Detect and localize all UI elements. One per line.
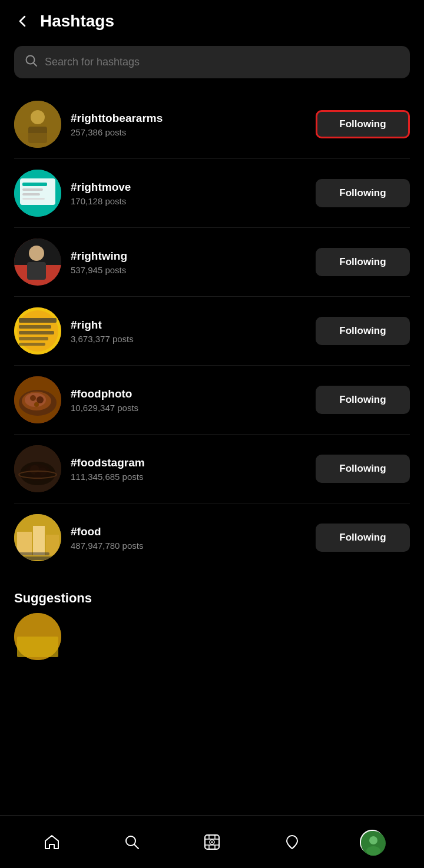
svg-rect-22 (19, 343, 45, 346)
back-button[interactable] (14, 13, 31, 29)
search-container (0, 37, 424, 90)
svg-rect-20 (19, 331, 54, 334)
header: Hashtags (0, 0, 424, 37)
svg-rect-39 (33, 526, 45, 555)
svg-rect-7 (20, 178, 55, 205)
profile-avatar (360, 830, 385, 854)
list-item: #rightwing 537,945 posts Following (0, 228, 424, 296)
svg-point-28 (37, 396, 44, 403)
bottom-nav (0, 815, 424, 868)
hashtag-name: #right (71, 319, 306, 332)
svg-point-3 (31, 110, 45, 124)
search-input[interactable] (45, 56, 399, 68)
suggestion-avatar (14, 613, 61, 660)
hashtag-posts: 170,128 posts (71, 196, 306, 206)
hashtag-info: #food 487,947,780 posts (71, 525, 306, 551)
hashtag-name: #foodstagram (71, 456, 306, 469)
following-button[interactable]: Following (316, 179, 410, 207)
svg-point-27 (30, 395, 36, 401)
hashtag-name: #food (71, 525, 306, 538)
suggestions-preview (0, 613, 424, 660)
hashtag-posts: 257,386 posts (71, 127, 306, 137)
list-item: #rightmove 170,128 posts Following (0, 159, 424, 227)
svg-rect-42 (17, 552, 49, 555)
bottom-spacer (0, 660, 424, 713)
page-title: Hashtags (40, 12, 114, 31)
profile-button[interactable] (355, 824, 390, 860)
following-button[interactable]: Following (316, 110, 410, 138)
activity-button[interactable] (274, 824, 310, 860)
list-item: #food 487,947,780 posts Following (0, 503, 424, 572)
avatar (14, 445, 61, 492)
svg-point-14 (29, 246, 44, 261)
reels-button[interactable] (194, 824, 230, 860)
hashtag-info: #foodphoto 10,629,347 posts (71, 387, 306, 413)
hashtag-info: #right 3,673,377 posts (71, 319, 306, 344)
suggestions-section-label: Suggestions (0, 581, 424, 613)
svg-rect-9 (22, 188, 43, 191)
avatar (14, 101, 61, 148)
svg-rect-5 (14, 133, 61, 148)
list-item: #righttobeararms 257,386 posts Following (0, 90, 424, 158)
svg-rect-44 (17, 637, 58, 657)
hashtag-name: #foodphoto (71, 387, 306, 400)
svg-rect-15 (27, 262, 46, 280)
hashtag-posts: 537,945 posts (71, 265, 306, 275)
search-button[interactable] (114, 824, 150, 860)
avatar (14, 170, 61, 217)
avatar (14, 514, 61, 561)
svg-point-48 (211, 841, 213, 843)
svg-rect-41 (17, 556, 58, 560)
avatar (14, 376, 61, 423)
svg-rect-40 (46, 535, 59, 555)
following-button[interactable]: Following (316, 524, 410, 552)
search-icon (25, 54, 38, 70)
hashtag-info: #righttobeararms 257,386 posts (71, 112, 306, 137)
svg-rect-18 (19, 318, 57, 323)
hashtag-info: #rightmove 170,128 posts (71, 181, 306, 206)
following-button[interactable]: Following (316, 455, 410, 483)
svg-rect-21 (19, 337, 48, 340)
hashtag-name: #rightwing (71, 250, 306, 263)
list-item: #foodphoto 10,629,347 posts Following (0, 366, 424, 434)
hashtag-list: #righttobeararms 257,386 posts Following… (0, 90, 424, 581)
svg-rect-8 (22, 183, 47, 186)
hashtag-info: #foodstagram 111,345,685 posts (71, 456, 306, 482)
hashtag-posts: 10,629,347 posts (71, 403, 306, 413)
svg-rect-38 (17, 532, 32, 555)
home-button[interactable] (34, 824, 69, 860)
svg-rect-11 (22, 198, 45, 200)
svg-rect-10 (22, 193, 40, 196)
avatar (14, 238, 61, 286)
following-button[interactable]: Following (316, 248, 410, 276)
following-button[interactable]: Following (316, 386, 410, 414)
svg-point-29 (34, 402, 39, 407)
list-item: #foodstagram 111,345,685 posts Following (0, 435, 424, 503)
hashtag-posts: 3,673,377 posts (71, 334, 306, 344)
hashtag-posts: 111,345,685 posts (71, 472, 306, 482)
svg-point-57 (366, 846, 380, 856)
list-item: #right 3,673,377 posts Following (0, 297, 424, 365)
following-button[interactable]: Following (316, 317, 410, 345)
hashtag-name: #rightmove (71, 181, 306, 194)
svg-rect-19 (19, 325, 51, 329)
svg-point-56 (369, 836, 377, 844)
avatar (14, 307, 61, 355)
hashtag-info: #rightwing 537,945 posts (71, 250, 306, 275)
hashtag-name: #righttobeararms (71, 112, 306, 125)
hashtag-posts: 487,947,780 posts (71, 541, 306, 551)
search-bar (14, 46, 410, 78)
